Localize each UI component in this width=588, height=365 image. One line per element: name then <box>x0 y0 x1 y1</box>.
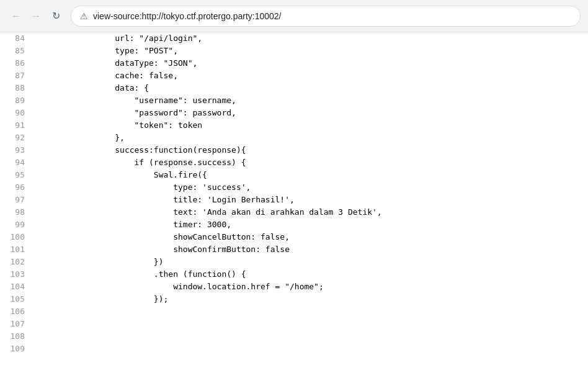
line-number: 106 <box>5 305 25 318</box>
refresh-button[interactable]: ↻ <box>47 7 65 25</box>
code-line: .then (function() { <box>37 268 588 281</box>
code-line: "token": token <box>37 119 588 132</box>
line-number: 99 <box>5 219 25 231</box>
line-number: 100 <box>5 231 25 243</box>
line-number: 95 <box>5 169 25 181</box>
forward-button[interactable]: → <box>27 7 45 25</box>
browser-chrome: ← → ↻ ⚠ view-source:http://tokyo.ctf.pro… <box>0 0 588 32</box>
line-number: 93 <box>5 144 25 156</box>
code-line: window.location.href = "/home"; <box>37 281 588 293</box>
code-line: url: "/api/login", <box>37 32 588 45</box>
address-text: view-source:http://tokyo.ctf.protergo.pa… <box>93 11 282 21</box>
code-line: dataType: "JSON", <box>37 57 588 70</box>
line-number: 94 <box>5 156 25 169</box>
line-number: 108 <box>5 330 25 343</box>
line-numbers: 8485868788899091929394959697989910010110… <box>0 32 32 365</box>
address-bar[interactable]: ⚠ view-source:http://tokyo.ctf.protergo.… <box>71 6 581 27</box>
back-button[interactable]: ← <box>7 7 25 25</box>
code-content: url: "/api/login", type: "POST", dataTyp… <box>32 32 588 365</box>
line-number: 87 <box>5 70 25 82</box>
code-line: }, <box>37 132 588 144</box>
line-number: 91 <box>5 119 25 132</box>
code-line: showCancelButton: false, <box>37 231 588 243</box>
line-number: 89 <box>5 94 25 107</box>
line-number: 90 <box>5 107 25 119</box>
nav-buttons: ← → ↻ <box>7 7 65 25</box>
line-number: 101 <box>5 243 25 256</box>
code-line: showConfirmButton: false <box>37 243 588 256</box>
code-line: text: 'Anda akan di arahkan dalam 3 Deti… <box>37 206 588 219</box>
line-number: 103 <box>5 268 25 281</box>
code-line: type: 'success', <box>37 181 588 194</box>
code-line: }); <box>37 293 588 305</box>
line-number: 97 <box>5 194 25 206</box>
code-line: title: 'Login Berhasil!', <box>37 194 588 206</box>
code-line: success:function(response){ <box>37 144 588 156</box>
line-number: 104 <box>5 281 25 293</box>
code-line: type: "POST", <box>37 45 588 57</box>
lock-icon: ⚠ <box>80 11 88 21</box>
line-number: 84 <box>5 32 25 45</box>
code-line: "password": password, <box>37 107 588 119</box>
line-number: 86 <box>5 57 25 70</box>
line-number: 105 <box>5 293 25 305</box>
line-number: 88 <box>5 82 25 94</box>
line-number: 102 <box>5 256 25 268</box>
line-number: 96 <box>5 181 25 194</box>
code-line: data: { <box>37 82 588 94</box>
code-line: cache: false, <box>37 70 588 82</box>
line-number: 92 <box>5 132 25 144</box>
line-number: 107 <box>5 318 25 330</box>
line-number: 109 <box>5 343 25 355</box>
source-view: 8485868788899091929394959697989910010110… <box>0 32 588 365</box>
code-line: if (response.success) { <box>37 156 588 169</box>
line-number: 98 <box>5 206 25 219</box>
code-line: "username": username, <box>37 94 588 107</box>
code-line: }) <box>37 256 588 268</box>
code-line: timer: 3000, <box>37 219 588 231</box>
code-line: Swal.fire({ <box>37 169 588 181</box>
line-number: 85 <box>5 45 25 57</box>
